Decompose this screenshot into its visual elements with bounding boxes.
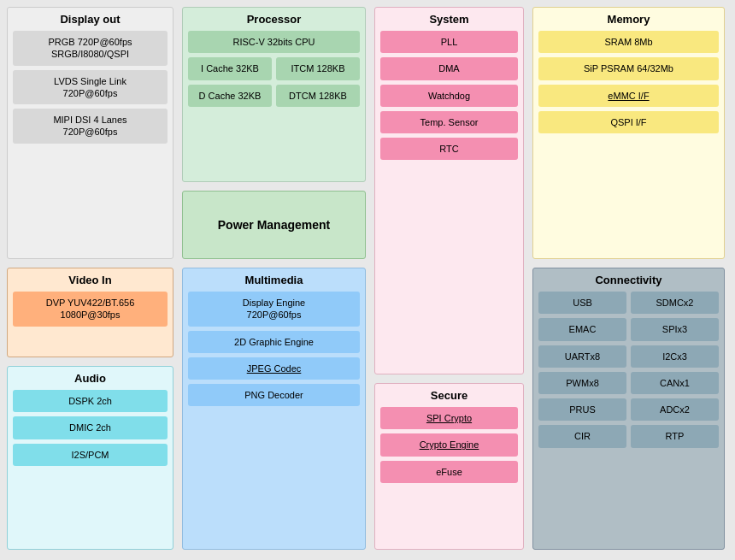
conn-emac: EMAC (538, 318, 626, 340)
multimedia-2d: 2D Graphic Engine (188, 331, 360, 353)
memory-qspi: QSPI I/F (538, 111, 719, 133)
display-out-title: Display out (13, 13, 168, 26)
conn-i2c: I2Cx3 (631, 345, 719, 368)
memory-sram: SRAM 8Mb (538, 31, 719, 53)
power-mgmt-title: Power Management (218, 218, 330, 232)
audio-title: Audio (13, 372, 168, 385)
multimedia-jpeg: JPEG Codec (188, 357, 360, 380)
audio-dmic: DMIC 2ch (13, 416, 168, 439)
connectivity-panel: Connectivity USB SDMCx2 EMAC SPIx3 UARTx… (532, 268, 725, 550)
processor-title: Processor (188, 13, 360, 26)
secure-crypto: Crypto Engine (380, 433, 518, 456)
secure-efuse: eFuse (380, 461, 518, 483)
memory-title: Memory (538, 13, 719, 26)
secure-title: Secure (380, 389, 518, 402)
audio-i2s: I2S/PCM (13, 444, 168, 466)
audio-panel: Audio DSPK 2ch DMIC 2ch I2S/PCM (7, 366, 173, 550)
display-out-item-1: PRGB 720P@60fps SRGB/I8080/QSPI (13, 31, 168, 66)
conn-sdmc: SDMCx2 (631, 292, 719, 314)
itcm: ITCM 128KB (276, 57, 360, 80)
page: Display out PRGB 720P@60fps SRGB/I8080/Q… (0, 0, 735, 560)
conn-usb: USB (538, 292, 626, 314)
system-watchdog: Watchdog (380, 85, 518, 107)
system-title: System (380, 13, 518, 26)
conn-pwm: PWMx8 (538, 372, 626, 394)
connectivity-title: Connectivity (538, 274, 719, 286)
icache: I Cache 32KB (188, 57, 272, 80)
processor-panel: Processor RISC-V 32bits CPU I Cache 32KB… (182, 7, 366, 182)
conn-adc: ADCx2 (631, 398, 719, 421)
memory-psram: SiP PSRAM 64/32Mb (538, 57, 719, 80)
audio-dspk: DSPK 2ch (13, 390, 168, 412)
conn-prus: PRUS (538, 398, 626, 421)
display-out-panel: Display out PRGB 720P@60fps SRGB/I8080/Q… (7, 7, 173, 259)
secure-spi: SPI Crypto (380, 407, 518, 429)
system-panel: System PLL DMA Watchdog Temp. Sensor RTC (374, 7, 524, 374)
system-temp: Temp. Sensor (380, 111, 518, 133)
multimedia-png: PNG Decoder (188, 384, 360, 406)
multimedia-display: Display Engine 720P@60fps (188, 292, 360, 327)
video-in-title: Video In (13, 274, 168, 286)
memory-panel: Memory SRAM 8Mb SiP PSRAM 64/32Mb eMMC I… (532, 7, 725, 259)
system-rtc: RTC (380, 138, 518, 160)
system-dma: DMA (380, 57, 518, 80)
secure-panel: Secure SPI Crypto Crypto Engine eFuse (374, 383, 524, 550)
display-out-item-3: MIPI DSI 4 Lanes 720P@60fps (13, 109, 168, 144)
power-mgmt-panel: Power Management (182, 191, 366, 259)
conn-uart: UARTx8 (538, 345, 626, 368)
video-in-panel: Video In DVP YUV422/BT.656 1080P@30fps (7, 268, 173, 357)
display-out-item-2: LVDS Single Link 720P@60fps (13, 70, 168, 105)
conn-cir: CIR (538, 425, 626, 447)
multimedia-title: Multimedia (188, 274, 360, 286)
processor-cpu: RISC-V 32bits CPU (188, 31, 360, 53)
dcache: D Cache 32KB (188, 85, 272, 107)
conn-spi: SPIx3 (631, 318, 719, 340)
conn-can: CANx1 (631, 372, 719, 394)
dtcm: DTCM 128KB (276, 85, 360, 107)
multimedia-panel: Multimedia Display Engine 720P@60fps 2D … (182, 268, 366, 550)
conn-rtp: RTP (631, 425, 719, 447)
memory-emmc: eMMC I/F (538, 85, 719, 107)
system-pll: PLL (380, 31, 518, 53)
video-in-dvp: DVP YUV422/BT.656 1080P@30fps (13, 292, 168, 327)
